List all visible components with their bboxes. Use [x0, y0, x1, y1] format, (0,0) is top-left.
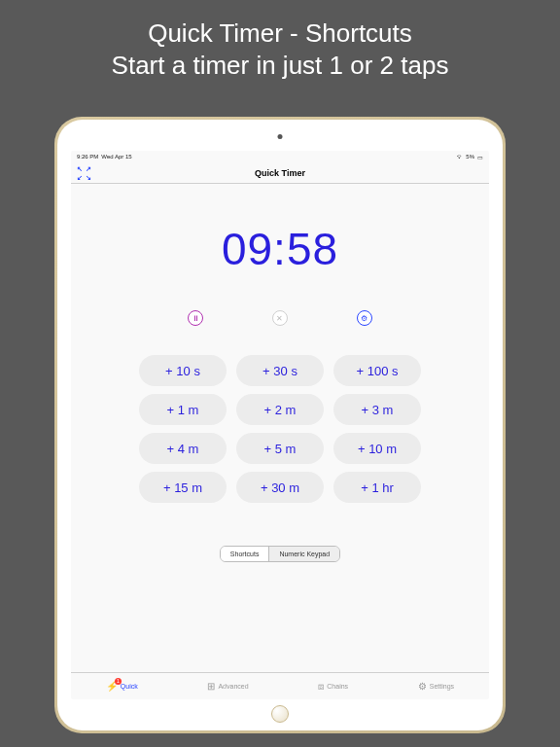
cancel-button[interactable]: ✕ [272, 310, 288, 326]
tab-bar: ⚡ 1 Quick ⊞ Advanced ⧇ Chains ⚙ Settings [71, 672, 489, 699]
tab-label: Advanced [218, 683, 248, 690]
tab-label: Quick [121, 683, 138, 690]
preset-button[interactable]: + 5 m [236, 433, 324, 464]
battery-icon: ▭ [477, 154, 483, 160]
segment-shortcuts[interactable]: Shortcuts [221, 547, 269, 561]
status-date: Wed Apr 15 [101, 154, 131, 160]
gear-icon: ⚙ [418, 681, 427, 692]
preset-button[interactable]: + 15 m [139, 472, 227, 503]
preset-button[interactable]: + 2 m [236, 394, 324, 425]
preset-button[interactable]: + 30 s [236, 355, 324, 386]
preset-button[interactable]: + 10 s [139, 355, 227, 386]
mode-segmented-control[interactable]: Shortcuts Numeric Keypad [220, 546, 340, 562]
bolt-icon: ⚡ 1 [106, 681, 118, 692]
preset-grid: + 10 s + 30 s + 100 s + 1 m + 2 m + 3 m … [139, 355, 421, 503]
page-title: Quick Timer [255, 168, 305, 178]
camera-dot [278, 134, 283, 139]
status-bar: 9:26 PM Wed Apr 15 ᯤ 5% ▭ [71, 151, 489, 162]
home-button[interactable] [271, 705, 289, 723]
tab-label: Settings [430, 683, 454, 690]
preset-button[interactable]: + 30 m [236, 472, 324, 503]
battery-percent: 5% [466, 154, 474, 160]
grid-icon: ⊞ [207, 681, 215, 692]
preset-button[interactable]: + 100 s [333, 355, 421, 386]
chains-icon: ⧇ [318, 681, 324, 693]
fullscreen-icon[interactable] [77, 165, 93, 182]
timer-settings-button[interactable]: ⚙ [357, 310, 372, 326]
nav-bar: Quick Timer [71, 162, 489, 184]
promo-heading: Quick Timer - Shortcuts Start a timer in… [0, 0, 560, 81]
content-area: 09:58 ⏸ ✕ ⚙ + 10 s + 30 s + 100 s [71, 184, 489, 672]
pause-button[interactable]: ⏸ [188, 310, 203, 326]
pause-icon: ⏸ [192, 314, 199, 323]
promo-line-1: Quick Timer - Shortcuts [0, 18, 560, 50]
tab-settings[interactable]: ⚙ Settings [418, 681, 454, 692]
ipad-device-frame: 9:26 PM Wed Apr 15 ᯤ 5% ▭ Quick Timer 09… [54, 117, 506, 733]
tab-label: Chains [327, 683, 348, 690]
timer-display: 09:58 [222, 223, 338, 275]
tab-advanced[interactable]: ⊞ Advanced [207, 681, 248, 692]
preset-button[interactable]: + 1 m [139, 394, 227, 425]
gear-icon: ⚙ [361, 314, 368, 323]
preset-button[interactable]: + 3 m [333, 394, 421, 425]
promo-line-2: Start a timer in just 1 or 2 taps [0, 50, 560, 82]
timer-controls: ⏸ ✕ ⚙ [154, 310, 406, 326]
tab-quick[interactable]: ⚡ 1 Quick [106, 681, 138, 692]
segment-numeric-keypad[interactable]: Numeric Keypad [268, 547, 339, 561]
cancel-icon: ✕ [276, 314, 283, 323]
preset-button[interactable]: + 10 m [333, 433, 421, 464]
preset-button[interactable]: + 1 hr [333, 472, 421, 503]
tab-badge: 1 [115, 678, 122, 685]
wifi-icon: ᯤ [457, 154, 463, 160]
preset-button[interactable]: + 4 m [139, 433, 227, 464]
status-time: 9:26 PM [77, 154, 98, 160]
app-screen: 9:26 PM Wed Apr 15 ᯤ 5% ▭ Quick Timer 09… [71, 151, 489, 699]
tab-chains[interactable]: ⧇ Chains [318, 681, 348, 693]
